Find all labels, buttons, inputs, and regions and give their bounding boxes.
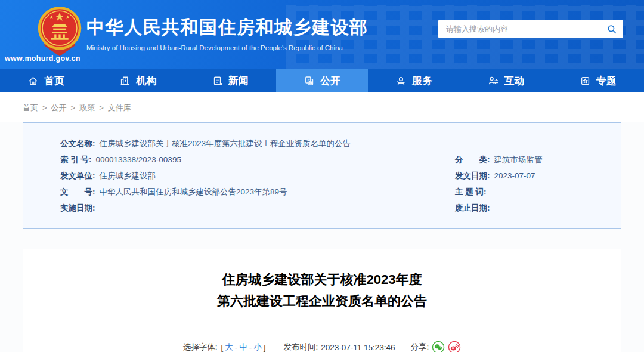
search-input[interactable] xyxy=(438,24,600,33)
breadcrumb-disclosure[interactable]: 公开 xyxy=(51,103,67,112)
service-icon xyxy=(395,75,407,87)
site-url: www.mohurd.gov.cn xyxy=(5,54,80,63)
font-size-label: 选择字体: xyxy=(183,342,218,352)
breadcrumb-policy[interactable]: 政策 xyxy=(79,103,95,112)
nav-item-interaction[interactable]: 互动 xyxy=(460,69,552,92)
nav-item-home[interactable]: 首页 xyxy=(0,69,92,92)
issue-date-label: 发文日期: xyxy=(455,171,490,181)
repeal-date-label: 废止日期: xyxy=(455,203,490,214)
doc-name-value: 住房城乡建设部关于核准2023年度第六批建设工程企业资质名单的公告 xyxy=(100,138,351,149)
dash-separator: - xyxy=(235,343,238,352)
index-number-label: 索 引 号: xyxy=(60,155,92,165)
main-nav: 首页 机构 新闻 公开 xyxy=(0,69,644,92)
nav-item-topics[interactable]: 专题 xyxy=(552,69,644,92)
news-icon xyxy=(212,75,223,87)
doc-number-label: 文 号: xyxy=(60,187,95,197)
font-size-small[interactable]: 小 xyxy=(253,342,262,352)
interaction-icon xyxy=(488,75,499,87)
search-icon[interactable] xyxy=(600,20,623,38)
issuer-value: 住房城乡建设部 xyxy=(100,171,156,181)
publish-time-value: 2023-07-11 15:23:46 xyxy=(321,343,395,352)
section-gap xyxy=(0,229,644,249)
breadcrumb-home[interactable]: 首页 xyxy=(23,103,38,112)
bracket-open: [ xyxy=(221,343,223,352)
article-box: 住房城乡建设部关于核准2023年度 第六批建设工程企业资质名单的公告 选择字体:… xyxy=(23,249,621,352)
nav-label: 首页 xyxy=(44,74,64,88)
site-header: www.mohurd.gov.cn 中华人民共和国住房和城乡建设部 Minist… xyxy=(0,0,644,69)
breadcrumb-separator: > xyxy=(99,103,104,112)
nav-label: 公开 xyxy=(320,74,340,88)
nav-item-news[interactable]: 新闻 xyxy=(184,69,276,92)
breadcrumb-separator: > xyxy=(42,103,47,112)
organization-icon xyxy=(119,75,131,87)
publish-time-label: 发布时间: xyxy=(283,342,318,352)
doc-number-value: 中华人民共和国住房和城乡建设部公告2023年第89号 xyxy=(100,187,287,197)
font-size-large[interactable]: 大 xyxy=(225,342,233,352)
breadcrumb: 首页>公开>政策>文件库 xyxy=(0,92,644,122)
issue-date-value: 2023-07-07 xyxy=(494,171,535,180)
document-info-box: 公文名称: 住房城乡建设部关于核准2023年度第六批建设工程企业资质名单的公告 … xyxy=(23,122,621,229)
home-icon xyxy=(27,75,39,87)
font-size-medium[interactable]: 中 xyxy=(239,342,247,352)
article-meta-bar: 选择字体: [ 大 - 中 - 小 ] 发布时间: 2023-07-11 15:… xyxy=(23,341,621,352)
article-title: 住房城乡建设部关于核准2023年度 第六批建设工程企业资质名单的公告 xyxy=(23,269,621,312)
dash-separator: - xyxy=(249,343,252,352)
site-subtitle-en: Ministry of Housing and Urban-Rural Deve… xyxy=(86,44,369,51)
wechat-icon[interactable] xyxy=(432,341,445,352)
issuer-label: 发文单位: xyxy=(60,171,95,181)
breadcrumb-separator: > xyxy=(71,103,76,112)
nav-label: 互动 xyxy=(504,74,525,88)
category-label: 分 类: xyxy=(455,155,490,165)
site-title: 中华人民共和国住房和城乡建设部 xyxy=(86,16,369,40)
nav-label: 新闻 xyxy=(228,74,249,88)
nav-label: 服务 xyxy=(412,74,432,88)
category-value: 建筑市场监管 xyxy=(494,155,543,165)
nav-item-services[interactable]: 服务 xyxy=(368,69,460,92)
index-number-value: 000013338/2023-00395 xyxy=(96,155,181,164)
disclosure-icon xyxy=(304,75,315,87)
nav-label: 机构 xyxy=(136,74,156,88)
weibo-icon[interactable] xyxy=(448,341,461,352)
nav-item-disclosure[interactable]: 公开 xyxy=(276,69,368,92)
breadcrumb-library[interactable]: 文件库 xyxy=(108,103,131,112)
doc-name-label: 公文名称: xyxy=(60,138,95,149)
search-box xyxy=(438,20,623,38)
implementation-date-label: 实施日期: xyxy=(60,203,95,214)
topics-icon xyxy=(580,75,591,87)
bracket-close: ] xyxy=(264,343,266,352)
keywords-label: 主 题 词: xyxy=(455,187,487,197)
nav-label: 专题 xyxy=(596,74,617,88)
article-title-line2: 第六批建设工程企业资质名单的公告 xyxy=(23,291,621,312)
share-label: 分享: xyxy=(411,342,429,352)
nav-item-organization[interactable]: 机构 xyxy=(92,69,184,92)
article-title-line1: 住房城乡建设部关于核准2023年度 xyxy=(23,269,621,291)
